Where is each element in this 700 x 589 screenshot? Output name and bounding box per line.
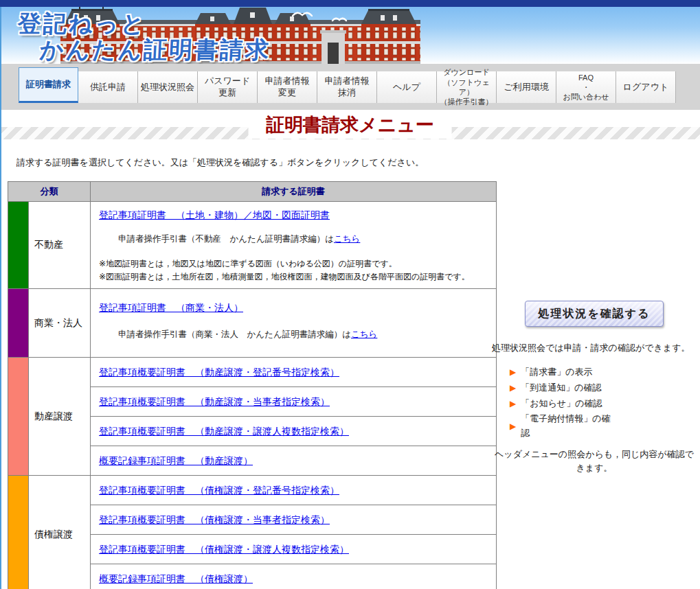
status-check-button[interactable]: 処理状況を確認する: [525, 301, 664, 327]
certificate-link[interactable]: 登記事項概要証明書 （債権譲渡・登記番号指定検索）: [99, 485, 339, 496]
certificate-cell: 登記事項概要証明書 （債権譲渡・譲渡人複数指定検索）: [91, 535, 497, 564]
certificate-link[interactable]: 登記事項概要証明書 （動産譲渡・譲渡人複数指定検索）: [99, 426, 349, 437]
tab-label: 申請者情報 変更: [265, 76, 310, 99]
panel-footer: ヘッダメニューの照会からも，同じ内容が確認できます。: [492, 448, 697, 475]
certificate-table: 分類 請求する証明書 不動産登記事項証明書 （土地・建物）／地図・図面証明書申請…: [8, 181, 497, 589]
status-item-list: ▶「請求書」の表示▶「到達通知」の確認▶「お知らせ」の確認▶「電子納付情報」の確…: [492, 365, 697, 441]
tab-certificate-request[interactable]: 証明書請求: [19, 67, 78, 103]
certificate-cell: 概要記録事項証明書 （動産譲渡）: [91, 446, 497, 476]
left-edge-border: [0, 7, 1, 589]
table-row: 商業・法人登記事項証明書 （商業・法人）申請者操作手引書（商業・法人 かんたん証…: [8, 289, 497, 358]
panel-item: ▶「請求書」の表示: [510, 365, 697, 380]
tab-label: FAQ ・ お問い合わせ: [563, 73, 609, 102]
tab-help[interactable]: ヘルプ: [377, 71, 437, 103]
certificate-link[interactable]: 登記事項証明書 （商業・法人）: [99, 302, 243, 313]
status-side-panel: 処理状況を確認する 処理状況照会では申請・請求の確認ができます。 ▶「請求書」の…: [492, 301, 697, 475]
certificate-link[interactable]: 登記事項概要証明書 （動産譲渡・当事者指定検索）: [99, 396, 330, 407]
certificate-table-body: 不動産登記事項証明書 （土地・建物）／地図・図面証明書申請者操作手引書（不動産 …: [8, 202, 497, 589]
panel-item: ▶「お知らせ」の確認: [510, 397, 697, 411]
arrow-icon: ▶: [510, 367, 516, 377]
table-row: 債権譲渡登記事項概要証明書 （債権譲渡・登記番号指定検索）: [8, 476, 497, 505]
instruction-text: 請求する証明書を選択してください。又は「処理状況を確認する」ボタンをクリックして…: [16, 157, 424, 169]
panel-item-label: 「請求書」の表示: [521, 365, 617, 380]
certificate-link[interactable]: 概要記録事項証明書 （債権譲渡）: [99, 573, 253, 584]
top-bar: [0, 0, 700, 7]
app-logo-line-1: 登記ねっと: [17, 12, 147, 35]
category-label: 商業・法人: [29, 289, 91, 358]
page-title: 証明書請求メニュー: [248, 111, 452, 139]
category-color-bar: [8, 289, 29, 358]
certificate-link[interactable]: 登記事項概要証明書 （債権譲渡・譲渡人複数指定検索）: [99, 544, 349, 555]
tab-label: ログアウト: [623, 82, 669, 93]
category-label: 動産譲渡: [29, 358, 91, 476]
manual-line: 申請者操作手引書（商業・法人 かんたん証明書請求編）はこちら: [118, 329, 490, 340]
category-color-bar: [8, 202, 29, 289]
tab-label: ご利用環境: [504, 82, 548, 93]
column-header-category: 分類: [8, 182, 91, 202]
panel-item-label: 「電子納付情報」の確認: [521, 412, 617, 441]
tab-status-inquiry[interactable]: 処理状況照会: [138, 71, 198, 103]
panel-item-label: 「到達通知」の確認: [521, 381, 617, 395]
arrow-icon: ▶: [510, 399, 516, 408]
tab-bar: 証明書請求供託申請処理状況照会パスワード 更新申請者情報 変更申請者情報 抹消ヘ…: [0, 64, 700, 110]
tab-environment[interactable]: ご利用環境: [497, 71, 556, 103]
certificate-link[interactable]: 登記事項概要証明書 （債権譲渡・当事者指定検索）: [99, 514, 330, 525]
tab-label: 証明書請求: [26, 79, 71, 91]
panel-item: ▶「電子納付情報」の確認: [510, 412, 697, 441]
certificate-link[interactable]: 登記事項概要証明書 （動産譲渡・登記番号指定検索）: [99, 367, 339, 378]
certificate-cell: 登記事項概要証明書 （動産譲渡・登記番号指定検索）: [91, 358, 497, 387]
app-logo-line-2: かんたん証明書請求: [39, 38, 271, 61]
certificate-cell: 登記事項概要証明書 （債権譲渡・当事者指定検索）: [91, 505, 497, 535]
tab-download[interactable]: ダウンロード （ソフトウェア） （操作手引書）: [437, 71, 497, 103]
tab-label: ヘルプ: [393, 82, 420, 93]
certificate-link[interactable]: 登記事項証明書 （土地・建物）／地図・図面証明書: [99, 209, 330, 220]
panel-description: 処理状況照会では申請・請求の確認ができます。: [492, 342, 697, 354]
tab-password-update[interactable]: パスワード 更新: [198, 71, 258, 103]
header-banner: 登記ねっと かんたん証明書請求: [0, 7, 700, 64]
table-row: 不動産登記事項証明書 （土地・建物）／地図・図面証明書申請者操作手引書（不動産 …: [8, 202, 497, 289]
manual-link[interactable]: こちら: [334, 234, 360, 244]
main-nav: 証明書請求供託申請処理状況照会パスワード 更新申請者情報 変更申請者情報 抹消ヘ…: [19, 64, 700, 103]
tab-label: 申請者情報 抹消: [325, 76, 370, 99]
certificate-cell: 登記事項概要証明書 （動産譲渡・譲渡人複数指定検索）: [91, 417, 497, 446]
page: 登記ねっと かんたん証明書請求 証明書請求供託申請処理状況照会パスワード 更新申…: [0, 0, 700, 589]
category-color-bar: [8, 476, 29, 589]
table-row: 動産譲渡登記事項概要証明書 （動産譲渡・登記番号指定検索）: [8, 358, 497, 387]
column-header-certificate: 請求する証明書: [91, 182, 497, 202]
note-text: ※地図証明書とは，地図又は地図に準ずる図面（いわゆる公図）の証明書です。: [99, 257, 490, 270]
category-label: 不動産: [29, 202, 91, 289]
note-text: ※図面証明書とは，土地所在図，地積測量図，地役権図面，建物図面及び各階平面図の証…: [99, 270, 490, 284]
tab-applicant-info-change[interactable]: 申請者情報 変更: [258, 71, 317, 103]
certificate-cell: 概要記録事項証明書 （債権譲渡）: [91, 564, 497, 589]
panel-item-label: 「お知らせ」の確認: [521, 397, 617, 411]
certificate-cell: 登記事項概要証明書 （債権譲渡・登記番号指定検索）: [91, 476, 497, 505]
certificate-link[interactable]: 概要記録事項証明書 （動産譲渡）: [99, 455, 253, 466]
arrow-icon: ▶: [510, 421, 516, 431]
tab-logout[interactable]: ログアウト: [616, 71, 676, 103]
manual-line: 申請者操作手引書（不動産 かんたん証明書請求編）はこちら: [118, 233, 490, 245]
arrow-icon: ▶: [510, 383, 516, 393]
certificate-cell: 登記事項証明書 （土地・建物）／地図・図面証明書申請者操作手引書（不動産 かんた…: [91, 202, 497, 289]
tab-faq-contact[interactable]: FAQ ・ お問い合わせ: [556, 71, 616, 103]
manual-link[interactable]: こちら: [351, 330, 377, 339]
tab-applicant-info-erase[interactable]: 申請者情報 抹消: [317, 71, 377, 103]
tab-deposit-application[interactable]: 供託申請: [78, 71, 138, 103]
certificate-cell: 登記事項概要証明書 （動産譲渡・当事者指定検索）: [91, 387, 497, 417]
tab-label: ダウンロード （ソフトウェア） （操作手引書）: [437, 67, 496, 106]
panel-item: ▶「到達通知」の確認: [510, 381, 697, 395]
tab-label: 処理状況照会: [141, 82, 194, 93]
tab-label: パスワード 更新: [205, 76, 250, 99]
category-color-bar: [8, 358, 29, 476]
category-label: 債権譲渡: [29, 476, 91, 589]
certificate-table-wrap: 分類 請求する証明書 不動産登記事項証明書 （土地・建物）／地図・図面証明書申請…: [8, 181, 497, 589]
tab-label: 供託申請: [90, 82, 126, 93]
certificate-cell: 登記事項証明書 （商業・法人）申請者操作手引書（商業・法人 かんたん証明書請求編…: [91, 289, 497, 358]
